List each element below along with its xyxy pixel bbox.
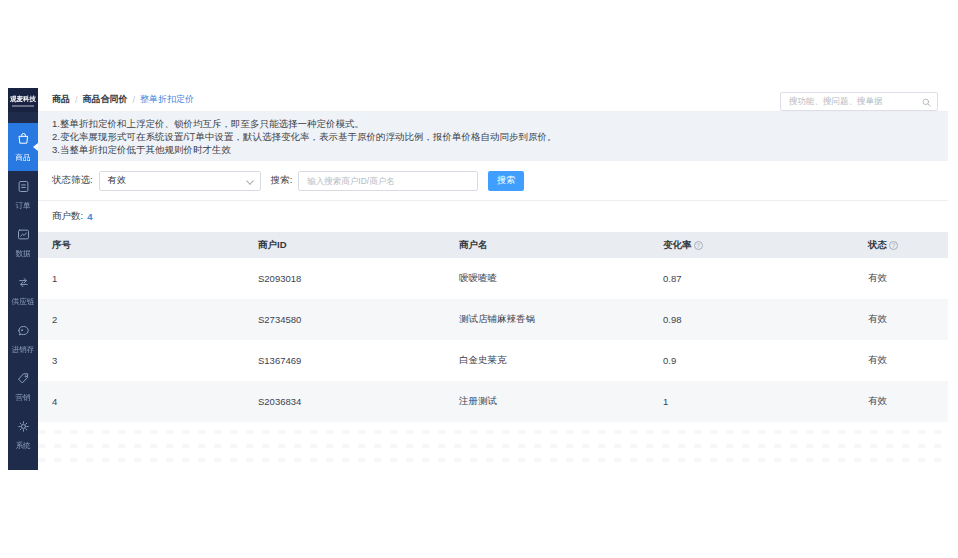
screenshot-canvas: 观麦科技 商品 订单 数据 供	[0, 0, 958, 558]
sidebar-menu: 商品 订单 数据 供应链 进销存	[8, 123, 38, 459]
status-filter-value: 有效	[108, 174, 126, 187]
sidebar-item-label: 商品	[15, 152, 30, 162]
merchant-search-input[interactable]	[298, 171, 478, 191]
cell-status: 有效	[854, 313, 948, 326]
sidebar-item-label: 系统	[15, 440, 30, 450]
notice-line-2: 2.变化率展现形式可在系统设置/订单中设置，默认选择变化率，表示基于原价的浮动比…	[52, 130, 948, 143]
active-notch	[33, 143, 38, 151]
cell-index: 2	[38, 314, 244, 325]
search-icon[interactable]	[921, 94, 932, 105]
cell-index: 1	[38, 273, 244, 284]
sidebar-item-label: 数据	[15, 248, 30, 258]
notice-panel: 1.整单折扣定价和上浮定价、锁价均互斥，即至多只能选择一种定价模式。 2.变化率…	[38, 112, 948, 161]
table-row: 2 S2734580 测试店铺麻辣香锅 0.98 有效	[38, 299, 948, 340]
col-index: 序号	[38, 239, 244, 252]
merchant-count-value: 4	[87, 211, 92, 222]
breadcrumb-separator: /	[75, 95, 78, 105]
cell-index: 4	[38, 396, 244, 407]
cell-merchant-name: 测试店铺麻辣香锅	[445, 313, 649, 326]
col-change-rate: 变化率?	[649, 239, 854, 252]
cell-change-rate: 0.87	[649, 273, 854, 284]
sidebar-item-data[interactable]: 数据	[8, 219, 38, 267]
status-filter-select[interactable]: 有效	[99, 171, 261, 191]
inventory-icon	[16, 323, 31, 342]
sidebar: 观麦科技 商品 订单 数据 供	[8, 88, 38, 470]
sidebar-item-goods[interactable]: 商品	[8, 123, 38, 171]
breadcrumb-separator: /	[133, 95, 136, 105]
sidebar-item-system[interactable]: 系统	[8, 411, 38, 459]
sidebar-item-supply-chain[interactable]: 供应链	[8, 267, 38, 315]
cell-merchant-id: S1367469	[244, 355, 445, 366]
notice-line-3: 3.当整单折扣定价低于其他规则价时才生效	[52, 143, 948, 156]
main-content: 商品 / 商品合同价 / 整单折扣定价 1.整单折扣定价和上浮定价、锁价均互斥，…	[38, 88, 948, 470]
table-row: 4 S2036834 注册测试 1 有效	[38, 381, 948, 422]
status-filter-label: 状态筛选:	[52, 174, 93, 187]
bag-icon	[16, 131, 31, 150]
sidebar-item-marketing[interactable]: 营销	[8, 363, 38, 411]
global-search	[780, 90, 938, 109]
chevron-down-icon	[246, 177, 254, 185]
topbar: 商品 / 商品合同价 / 整单折扣定价	[38, 88, 948, 112]
help-icon[interactable]: ?	[889, 241, 898, 250]
gear-icon	[16, 419, 31, 438]
cell-change-rate: 0.98	[649, 314, 854, 325]
help-icon[interactable]: ?	[694, 241, 703, 250]
filter-bar: 状态筛选: 有效 搜索: 搜索	[38, 161, 948, 200]
sidebar-item-orders[interactable]: 订单	[8, 171, 38, 219]
tag-icon	[16, 371, 31, 390]
merchant-count-label: 商户数:	[52, 210, 83, 223]
search-filter-label: 搜索:	[271, 174, 293, 187]
cell-status: 有效	[854, 272, 948, 285]
col-status: 状态?	[854, 239, 948, 252]
brand-logo-subline	[12, 105, 34, 107]
cell-merchant-name: 白金史莱克	[445, 354, 649, 367]
summary-bar: 商户数: 4	[38, 200, 948, 232]
sidebar-item-label: 进销存	[12, 344, 35, 354]
cell-merchant-id: S2093018	[244, 273, 445, 284]
col-merchant-name: 商户名	[445, 239, 649, 252]
cell-merchant-id: S2036834	[244, 396, 445, 407]
brand-logo-text: 观麦科技	[10, 94, 36, 103]
table-row: 1 S2093018 嗳嗳喳喳 0.87 有效	[38, 258, 948, 299]
search-button[interactable]: 搜索	[488, 171, 524, 191]
cell-merchant-id: S2734580	[244, 314, 445, 325]
sidebar-item-label: 营销	[15, 392, 30, 402]
sidebar-item-label: 供应链	[12, 296, 35, 306]
breadcrumb-contract-price[interactable]: 商品合同价	[83, 93, 128, 106]
cell-change-rate: 1	[649, 396, 854, 407]
table-header: 序号 商户ID 商户名 变化率? 状态?	[38, 232, 948, 258]
brand-logo: 观麦科技	[8, 88, 38, 112]
notice-line-1: 1.整单折扣定价和上浮定价、锁价均互斥，即至多只能选择一种定价模式。	[52, 117, 948, 130]
supply-chain-icon	[16, 275, 31, 294]
table-row: 3 S1367469 白金史莱克 0.9 有效	[38, 340, 948, 381]
app-window: 观麦科技 商品 订单 数据 供	[8, 88, 948, 470]
merchant-table: 序号 商户ID 商户名 变化率? 状态? 1 S2093018 嗳嗳喳喳 0.8…	[38, 232, 948, 422]
cell-status: 有效	[854, 395, 948, 408]
cell-merchant-name: 注册测试	[445, 395, 649, 408]
sidebar-item-label: 订单	[15, 200, 30, 210]
watermark-area	[38, 422, 948, 470]
cell-status: 有效	[854, 354, 948, 367]
sidebar-item-inventory[interactable]: 进销存	[8, 315, 38, 363]
col-merchant-id: 商户ID	[244, 239, 445, 252]
chart-icon	[16, 227, 31, 246]
cell-merchant-name: 嗳嗳喳喳	[445, 272, 649, 285]
breadcrumb-current-page[interactable]: 整单折扣定价	[140, 93, 194, 106]
breadcrumb-goods[interactable]: 商品	[52, 93, 70, 106]
cell-change-rate: 0.9	[649, 355, 854, 366]
global-search-input[interactable]	[780, 92, 938, 111]
cell-index: 3	[38, 355, 244, 366]
order-icon	[16, 179, 31, 198]
